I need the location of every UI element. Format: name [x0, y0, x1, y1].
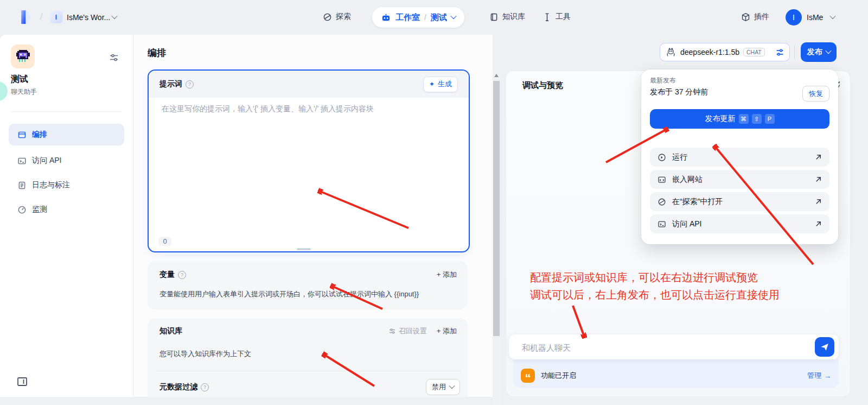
- add-knowledge-button[interactable]: + 添加: [437, 326, 457, 336]
- publish-label: 发布: [807, 47, 822, 57]
- help-icon[interactable]: ?: [201, 383, 209, 391]
- help-icon[interactable]: ?: [186, 80, 194, 88]
- menu-item-open-in-explore[interactable]: 在“探索”中打开: [650, 192, 829, 211]
- sliders-icon: [388, 327, 396, 335]
- manage-label: 管理: [807, 371, 821, 381]
- nav-studio-pill[interactable]: 工作室 / 测试: [372, 7, 464, 28]
- prompt-card-header: 提示词 ? ✦ 生成: [149, 71, 469, 98]
- menu-item-label: 运行: [672, 153, 687, 162]
- window-icon: [17, 130, 27, 140]
- cube-icon: [741, 12, 750, 22]
- external-link-icon: [815, 176, 822, 183]
- menu-item-api[interactable]: 访问 API: [650, 214, 829, 233]
- sidebar-item-monitor[interactable]: 监测: [9, 199, 124, 220]
- metadata-filter-title: 元数据过滤: [159, 382, 197, 392]
- app-icon[interactable]: [11, 45, 35, 68]
- nav-plugins[interactable]: 插件: [741, 12, 769, 22]
- recall-settings-button[interactable]: 召回设置: [388, 326, 427, 336]
- terminal-icon: [17, 156, 27, 166]
- app-subtitle: 聊天助手: [11, 87, 37, 97]
- menu-item-embed[interactable]: 嵌入网站: [650, 170, 829, 189]
- compass-icon: [323, 12, 332, 22]
- sidebar-divider: [11, 111, 122, 112]
- knowledge-hint: 您可以导入知识库作为上下文: [148, 336, 468, 359]
- book-icon: [489, 12, 499, 22]
- publish-chevron-down-icon: [825, 47, 831, 53]
- nav-knowledge[interactable]: 知识库: [489, 12, 525, 22]
- prompt-input[interactable]: [161, 103, 456, 219]
- published-time: 发布于 37 分钟前: [650, 87, 708, 97]
- knowledge-card: 知识库 召回设置 + 添加 您可以导入知识库作为上下文 元数据过滤 ? 禁用: [148, 318, 468, 397]
- chat-input[interactable]: [521, 334, 773, 360]
- app-window: / I IsMe's Wor... 探索 工作室 / 测试 知识库 工具 插件 …: [0, 0, 868, 405]
- nav-app-name[interactable]: 测试: [431, 12, 447, 23]
- sidebar-item-orchestrate[interactable]: 编排: [9, 124, 124, 145]
- nav-tools-label: 工具: [556, 12, 571, 22]
- menu-item-label: 嵌入网站: [672, 175, 703, 185]
- app-title: 测试: [11, 74, 28, 85]
- breadcrumb-separator: /: [40, 12, 42, 22]
- manage-link[interactable]: 管理 →: [807, 366, 831, 381]
- publish-update-label: 发布更新: [705, 114, 736, 124]
- scroll-up-arrow-icon[interactable]: [494, 74, 499, 77]
- topbar: / I IsMe's Wor... 探索 工作室 / 测试 知识库 工具 插件 …: [0, 0, 868, 35]
- nav-explore[interactable]: 探索: [323, 12, 351, 22]
- features-bar: “ 功能已开启 管理 →: [513, 359, 839, 388]
- add-variable-button[interactable]: + 添加: [437, 270, 457, 280]
- latest-release-label: 最新发布: [650, 76, 676, 85]
- nav-app-chevron-down-icon[interactable]: [450, 12, 456, 18]
- scrollbar-thumb[interactable]: [493, 81, 500, 336]
- dify-logo-icon[interactable]: [20, 10, 33, 24]
- terminal-icon: [658, 220, 666, 229]
- quote-icon: “: [521, 369, 535, 383]
- resize-handle[interactable]: [297, 248, 311, 250]
- variables-card: 变量 ? + 添加 变量能使用用户输入表单引入提示词或开场白，你可以试试在提示词…: [148, 261, 468, 309]
- robot-icon: [381, 12, 391, 23]
- generate-button[interactable]: ✦ 生成: [423, 77, 458, 92]
- send-button[interactable]: [815, 337, 834, 357]
- sidebar-item-api[interactable]: 访问 API: [9, 150, 124, 172]
- nav-pill-separator: /: [424, 13, 426, 22]
- workspace-avatar[interactable]: I: [50, 11, 62, 23]
- help-icon[interactable]: ?: [178, 271, 186, 279]
- variables-hint: 变量能使用用户输入表单引入提示词或开场白，你可以试试在提示词中输入 {{inpu…: [148, 280, 468, 299]
- p-key-icon: P: [765, 114, 775, 124]
- external-link-icon: [815, 154, 822, 161]
- floating-dot-decoration: [0, 81, 8, 101]
- metadata-filter-select[interactable]: 禁用: [426, 379, 460, 395]
- prompt-title: 提示词: [159, 79, 182, 89]
- prompt-card: 提示词 ? ✦ 生成 0: [148, 69, 470, 252]
- workspace-chevron-down-icon[interactable]: [111, 13, 117, 19]
- menu-item-run[interactable]: 运行: [650, 148, 829, 167]
- sidebar-item-label: 访问 API: [32, 156, 61, 166]
- publish-update-button[interactable]: 发布更新 ⌘ ⇧ P: [650, 109, 829, 129]
- vertical-scrollbar[interactable]: [493, 71, 500, 405]
- user-avatar[interactable]: I: [786, 9, 802, 26]
- embed-code-icon: [658, 175, 666, 184]
- nav-tools[interactable]: 工具: [542, 12, 571, 22]
- metadata-filter-value: 禁用: [432, 382, 446, 392]
- send-icon: [820, 342, 829, 352]
- shift-key-icon: ⇧: [752, 114, 762, 124]
- model-selector[interactable]: deepseek-r1:1.5b CHAT: [660, 43, 790, 61]
- collapse-sidebar-icon[interactable]: [17, 377, 28, 387]
- model-config-sliders-icon[interactable]: [775, 48, 784, 57]
- recall-settings-label: 召回设置: [399, 326, 427, 336]
- toolbar-divider: [794, 46, 795, 59]
- arrow-right-icon: →: [824, 372, 831, 380]
- app-settings-sliders-icon[interactable]: [108, 52, 119, 63]
- external-link-icon: [815, 220, 822, 227]
- preview-title: 调试与预览: [522, 80, 563, 91]
- workspace-name[interactable]: IsMe's Wor...: [67, 13, 110, 22]
- play-circle-icon: [658, 153, 666, 162]
- user-name[interactable]: IsMe: [807, 13, 823, 22]
- page-title: 编排: [148, 47, 166, 59]
- sidebar-item-logs[interactable]: 日志与标注: [9, 174, 124, 196]
- orchestrate-panel: 编排 提示词 ? ✦ 生成 0 变量 ?: [133, 35, 493, 397]
- user-chevron-down-icon[interactable]: [829, 13, 835, 19]
- publish-button[interactable]: 发布: [801, 42, 837, 62]
- sidebar-item-label: 监测: [32, 205, 47, 214]
- restore-button[interactable]: 恢复: [802, 86, 829, 102]
- chevron-down-icon: [449, 382, 455, 388]
- char-count: 0: [158, 237, 171, 246]
